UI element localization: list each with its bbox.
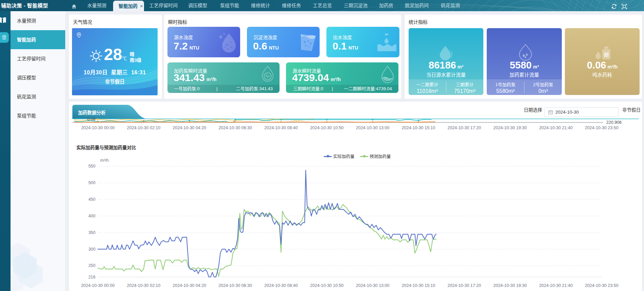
svg-text:500: 500	[88, 180, 95, 185]
svg-text:2024-10-30 15:10: 2024-10-30 15:10	[402, 125, 435, 130]
svg-text:216: 216	[88, 275, 95, 279]
svg-text:2024-10-30 08:40: 2024-10-30 08:40	[264, 125, 298, 130]
svg-text:2024-10-30 10:50: 2024-10-30 10:50	[310, 283, 344, 288]
svg-text:350: 350	[88, 230, 95, 235]
svg-text:2024-10-30 06:30: 2024-10-30 06:30	[218, 283, 252, 288]
svg-text:550: 550	[88, 164, 95, 169]
svg-text:2024-10-30 19:30: 2024-10-30 19:30	[493, 125, 527, 130]
svg-text:2024-10-30 00:00: 2024-10-30 00:00	[81, 283, 115, 288]
svg-text:2024-10-30 10:50: 2024-10-30 10:50	[310, 125, 344, 130]
svg-text:400: 400	[88, 214, 95, 218]
svg-text:300: 300	[88, 247, 95, 252]
svg-text:0.08: 0.08	[87, 117, 95, 122]
svg-text:2024-10-30 23:50: 2024-10-30 23:50	[585, 283, 619, 288]
svg-text:2024-10-30 13:00: 2024-10-30 13:00	[356, 125, 390, 130]
svg-text:250: 250	[88, 263, 95, 268]
svg-text:2024-10-30 04:20: 2024-10-30 04:20	[173, 283, 206, 288]
svg-text:2024-10-30 15:10: 2024-10-30 15:10	[402, 283, 435, 288]
svg-text:2024-10-30 08:40: 2024-10-30 08:40	[264, 283, 298, 288]
svg-text:2024-10-30 00:00: 2024-10-30 00:00	[81, 125, 115, 130]
svg-text:2024-10-30 17:20: 2024-10-30 17:20	[447, 283, 481, 288]
svg-text:2024-10-30 23:50: 2024-10-30 23:50	[585, 125, 619, 130]
svg-text:2024-10-30 06:30: 2024-10-30 06:30	[218, 125, 252, 130]
svg-text:m³/h: m³/h	[100, 158, 109, 163]
svg-text:2024-10-30 21:40: 2024-10-30 21:40	[539, 125, 573, 130]
svg-text:2024-10-30 02:10: 2024-10-30 02:10	[127, 283, 161, 288]
svg-text:450: 450	[88, 197, 95, 202]
svg-text:2024-10-30 13:00: 2024-10-30 13:00	[356, 283, 390, 288]
svg-text:220.906: 220.906	[606, 120, 622, 125]
svg-text:2024-10-30 04:20: 2024-10-30 04:20	[173, 125, 206, 130]
svg-text:2024-10-30 17:20: 2024-10-30 17:20	[447, 125, 481, 130]
svg-text:2024-10-30 19:30: 2024-10-30 19:30	[493, 283, 527, 288]
svg-text:2024-10-30 02:10: 2024-10-30 02:10	[127, 125, 161, 130]
svg-text:2024-10-30 21:40: 2024-10-30 21:40	[539, 283, 573, 288]
